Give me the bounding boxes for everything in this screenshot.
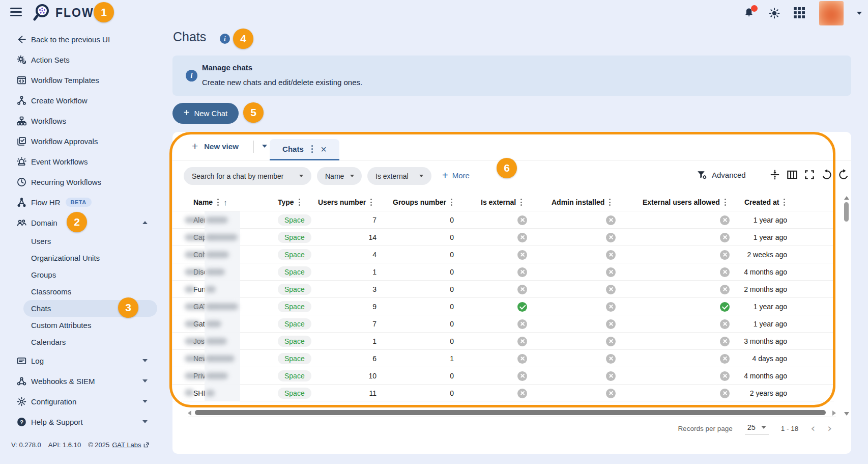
sidebar-item-log[interactable]: Log [0, 350, 159, 371]
sidebar-item-label: Webhooks & SIEM [31, 377, 95, 386]
avatar[interactable] [819, 1, 844, 25]
groups-number: 0 [393, 263, 454, 281]
chats-table-card: + New view Chats × Search for a chat by … [172, 132, 851, 454]
column-header-type[interactable]: Type [278, 198, 301, 207]
tab-menu-kebab-icon[interactable] [310, 144, 314, 154]
views-dropdown-caret-icon[interactable] [262, 145, 267, 148]
new-chat-button[interactable]: + New Chat [172, 103, 239, 124]
sidebar-item-configuration[interactable]: Configuration [0, 391, 159, 412]
table-row[interactable]: GatSpace701 year ago [172, 315, 834, 332]
more-filters-button[interactable]: + More [442, 170, 470, 181]
records-per-page-select[interactable]: 25 [745, 422, 769, 434]
column-header-created-at[interactable]: Created at [744, 198, 786, 207]
sort-ascending-icon[interactable]: ↑ [223, 198, 227, 207]
table-row[interactable]: SHISpace1102 years ago [172, 384, 834, 401]
redacted-name [185, 268, 204, 275]
table-row[interactable]: GATSpace901 year ago [172, 297, 834, 315]
table-row[interactable]: JosSpace103 months ago [172, 332, 834, 349]
next-page-icon[interactable]: › [827, 423, 832, 434]
account-menu-caret-icon[interactable] [857, 12, 862, 15]
row-density-icon[interactable] [769, 169, 781, 181]
chevron-down-icon [350, 175, 354, 177]
undo-icon[interactable] [821, 169, 833, 181]
sidebar-item-flow-hr[interactable]: Flow HRBETA [0, 192, 159, 212]
sidebar-item-organizational-units[interactable]: Organizational Units [0, 250, 159, 266]
column-menu-kebab-icon[interactable] [298, 198, 301, 207]
scroll-down-arrow-icon[interactable] [844, 412, 849, 416]
scroll-left-arrow-icon[interactable] [188, 411, 191, 416]
previous-page-icon[interactable]: ‹ [811, 423, 815, 434]
table-row[interactable]: PrivSpace1004 months ago [172, 367, 834, 384]
hamburger-menu-icon[interactable] [10, 8, 22, 16]
sidebar-item-help-support[interactable]: ?Help & Support [0, 412, 159, 432]
table-row[interactable]: FunSpace302 months ago [172, 280, 834, 297]
column-menu-kebab-icon[interactable] [783, 198, 786, 207]
vertical-scrollbar[interactable] [843, 196, 850, 416]
sidebar-item-event-workflows[interactable]: Event Workflows [0, 151, 159, 172]
filter-chip-is-external[interactable]: Is external [367, 167, 431, 185]
sidebar-item-workflow-approvals[interactable]: Workflow Approvals [0, 131, 159, 151]
tab-close-icon[interactable]: × [321, 144, 327, 154]
sidebar-item-create-workflow[interactable]: Create Workflow [0, 90, 159, 111]
cross-circle-icon [517, 215, 527, 225]
column-header-name[interactable]: Name↑ [193, 198, 227, 207]
sidebar-item-calendars[interactable]: Calendars [0, 334, 159, 350]
chevron-down-icon [142, 359, 148, 362]
table-row[interactable]: CohSpace402 weeks ago [172, 245, 834, 263]
sidebar-item-custom-attributes[interactable]: Custom Attributes [0, 317, 159, 334]
column-header-is-external[interactable]: Is external [481, 198, 523, 207]
logo-text: FLOW [55, 6, 94, 20]
sidebar-item-action-sets[interactable]: Action Sets [0, 49, 159, 70]
sidebar-item-users[interactable]: Users [0, 233, 159, 250]
created-at: 4 days ago [706, 350, 787, 367]
column-menu-kebab-icon[interactable] [724, 198, 727, 207]
scroll-right-arrow-icon[interactable] [832, 411, 836, 416]
table-row[interactable]: AlerSpace701 year ago [172, 211, 834, 228]
records-per-page-label: Records per page [678, 425, 732, 432]
refresh-icon[interactable] [837, 169, 850, 181]
users-number: 10 [315, 367, 377, 385]
cross-circle-icon [517, 319, 527, 329]
table-row[interactable]: NewSpace614 days ago [172, 349, 834, 367]
sidebar-item-label: Configuration [31, 397, 76, 406]
sidebar-item-classrooms[interactable]: Classrooms [0, 283, 159, 300]
column-header-external-users-allowed[interactable]: External users allowed [643, 198, 727, 207]
sidebar-item-back-to-the-previous-ui[interactable]: Back to the previous UI [0, 29, 159, 49]
advanced-filter-button[interactable]: Advanced [697, 170, 746, 180]
column-menu-kebab-icon[interactable] [216, 198, 220, 207]
vertical-scrollbar-thumb[interactable] [844, 202, 849, 222]
new-view-button[interactable]: + New view [192, 140, 239, 152]
table-row[interactable]: CapSpace1401 year ago [172, 228, 834, 245]
notifications-bell-icon[interactable] [743, 7, 755, 19]
fullscreen-icon[interactable] [803, 169, 816, 181]
theme-brightness-icon[interactable] [768, 7, 780, 19]
check-circle-icon [517, 302, 527, 312]
sidebar-item-workflows[interactable]: Workflows [0, 111, 159, 131]
horizontal-scrollbar-thumb[interactable] [195, 410, 826, 415]
column-header-admin-installed[interactable]: Admin installed [552, 198, 612, 207]
gat-labs-link[interactable]: GAT Labs [112, 441, 149, 449]
tab-chats[interactable]: Chats × [270, 139, 339, 160]
page-info-icon[interactable]: i [220, 34, 230, 44]
chat-type: Space [278, 298, 311, 315]
sidebar-item-recurring-workflows[interactable]: Recurring Workflows [0, 172, 159, 192]
column-header-groups-number[interactable]: Groups number [393, 198, 453, 207]
column-menu-kebab-icon[interactable] [450, 198, 453, 207]
manage-columns-icon[interactable] [786, 169, 798, 181]
filter-chip-search-member[interactable]: Search for a chat by member [184, 167, 311, 185]
column-menu-kebab-icon[interactable] [608, 198, 612, 207]
column-menu-kebab-icon[interactable] [369, 198, 373, 207]
groups-number: 0 [393, 246, 454, 263]
sidebar-item-webhooks-siem[interactable]: Webhooks & SIEM [0, 371, 159, 391]
created-at: 4 months ago [706, 263, 787, 281]
page-title: Chats [173, 30, 206, 44]
sidebar-item-workflow-templates[interactable]: Workflow Templates [0, 70, 159, 90]
sidebar-item-groups[interactable]: Groups [0, 266, 159, 283]
table-row[interactable]: DiscSpace104 months ago [172, 263, 834, 280]
column-header-users-number[interactable]: Users number [318, 198, 373, 207]
filter-chip-name[interactable]: Name [317, 167, 362, 185]
scroll-up-arrow-icon[interactable] [844, 196, 849, 200]
apps-grid-icon[interactable] [794, 7, 806, 19]
column-menu-kebab-icon[interactable] [519, 198, 523, 207]
horizontal-scrollbar[interactable] [188, 410, 836, 417]
